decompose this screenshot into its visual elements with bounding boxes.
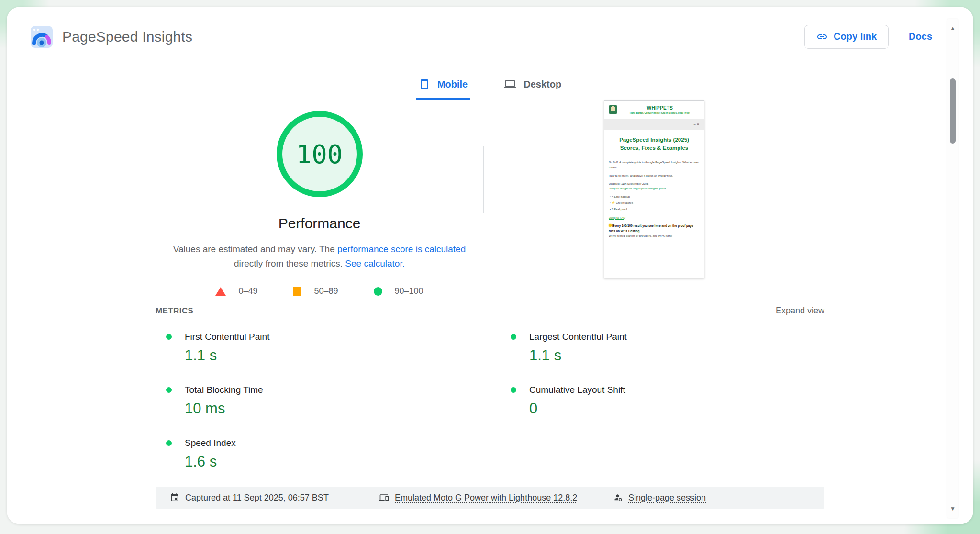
thumb-paragraph: How to fix them, and prove it works on W…	[609, 173, 700, 178]
thumb-paragraph: We've tested dozens of providers, and WP…	[609, 234, 700, 238]
final-screenshot-thumbnail: WHIPPETS Rank Better, Convert More: Gree…	[604, 100, 704, 278]
thumb-article-body: No fluff. A complete guide to Google Pag…	[609, 160, 700, 238]
pagespeed-logo-icon	[31, 26, 53, 48]
device-tabs: Mobile Desktop	[7, 67, 973, 100]
fail-triangle-icon	[215, 287, 226, 296]
legend-fail: 0–49	[215, 286, 257, 296]
metrics-grid: First Contentful Paint 1.1 s Largest Con…	[156, 323, 824, 482]
metric-pass-icon	[166, 334, 172, 340]
average-square-icon	[293, 287, 301, 296]
legend-average: 50–89	[293, 286, 338, 296]
thumb-nav-bar: ≡ ×	[604, 119, 704, 130]
metric-value: 10 ms	[185, 400, 483, 417]
metric-pass-icon	[511, 387, 516, 393]
tab-mobile[interactable]: Mobile	[416, 76, 470, 100]
metric-value: 1.1 s	[185, 347, 483, 364]
active-tab-underline	[416, 98, 470, 100]
scrollbar-thumb[interactable]	[950, 78, 956, 144]
legend-pass: 90–100	[374, 286, 423, 296]
calendar-icon	[170, 493, 179, 502]
scroll-up-arrow-icon[interactable]: ▲	[947, 25, 958, 32]
metric-pass-icon	[166, 387, 172, 393]
thumb-jump-link: Jump to the green PageSpeed Insights pro…	[609, 187, 666, 190]
see-calculator-link[interactable]: See calculator.	[345, 258, 405, 268]
thumb-bullet-list: ? Safe backup ⚡ Green scores ? Real proo…	[610, 194, 700, 212]
metric-value: 0	[529, 400, 824, 417]
link-icon	[816, 31, 828, 43]
metric-speed-index: Speed Index 1.6 s	[156, 429, 483, 482]
performance-score-gauge: 100	[277, 111, 363, 197]
session-type-label[interactable]: Single-page session	[628, 493, 706, 503]
metric-first-contentful-paint: First Contentful Paint 1.1 s	[156, 323, 483, 376]
app-header: PageSpeed Insights Copy link Docs	[7, 7, 973, 67]
thumb-menu-icons: ≡ ×	[693, 122, 699, 126]
thumb-highlight-text: Every 100/100 result you see here and on…	[609, 224, 693, 233]
calculation-doc-link[interactable]: performance score is calculated	[337, 244, 466, 254]
score-legend: 0–49 50–89 90–100	[215, 286, 423, 296]
tab-desktop[interactable]: Desktop	[501, 76, 564, 100]
metric-largest-contentful-paint: Largest Contentful Paint 1.1 s	[500, 323, 824, 376]
capture-timestamp: Captured at 11 Sept 2025, 06:57 BST	[170, 487, 329, 509]
metric-name: Speed Index	[185, 438, 236, 448]
legend-pass-label: 90–100	[395, 286, 423, 296]
metric-value: 1.6 s	[185, 453, 483, 470]
devices-icon	[379, 493, 389, 502]
pass-circle-icon	[374, 287, 382, 296]
score-disclaimer: Values are estimated and may vary. The p…	[171, 242, 468, 271]
thumb-site-tagline: Rank Better, Convert More: Green Scores,…	[620, 111, 700, 115]
metrics-section-label: METRICS	[156, 306, 193, 316]
capture-info-bar: Captured at 11 Sept 2025, 06:57 BST Emul…	[156, 487, 824, 509]
metrics-header-row: METRICS Expand view	[156, 306, 824, 316]
metric-name: Total Blocking Time	[185, 385, 263, 395]
thumb-bullet: ? Real proof	[610, 207, 700, 211]
vertical-scrollbar[interactable]: ▲ ▼	[947, 19, 958, 518]
performance-score-value: 100	[296, 139, 343, 169]
metric-pass-icon	[511, 334, 516, 340]
metric-name: First Contentful Paint	[185, 332, 269, 342]
thumb-site-name: WHIPPETS	[620, 105, 700, 111]
disclaimer-text-1: Values are estimated and may vary. The	[173, 244, 337, 254]
thumb-highlight-paragraph: Every 100/100 result you see here and on…	[609, 223, 700, 234]
tab-mobile-label: Mobile	[437, 79, 468, 90]
laptop-icon	[504, 78, 516, 90]
smartphone-icon	[419, 78, 430, 90]
session-type: Single-page session	[614, 487, 706, 509]
copy-link-label: Copy link	[834, 31, 877, 42]
capture-timestamp-label: Captured at 11 Sept 2025, 06:57 BST	[185, 493, 329, 503]
gauge-panel: 100 Performance Values are estimated and…	[156, 100, 483, 296]
emulation-environment-label[interactable]: Emulated Moto G Power with Lighthouse 12…	[395, 493, 577, 503]
thumb-site-header: WHIPPETS Rank Better, Convert More: Gree…	[609, 105, 700, 115]
copy-link-button[interactable]: Copy link	[804, 25, 889, 49]
thumb-article-heading: PageSpeed Insights (2025) Scores, Fixes …	[609, 136, 700, 153]
thumb-faq-link: Jump to FAQ	[609, 216, 625, 219]
metric-name: Largest Contentful Paint	[529, 332, 627, 342]
metric-cumulative-layout-shift: Cumulative Layout Shift 0	[500, 376, 824, 429]
screenshot-panel: WHIPPETS Rank Better, Convert More: Gree…	[484, 100, 824, 296]
lightbulb-icon	[609, 224, 612, 227]
legend-fail-label: 0–49	[238, 286, 257, 296]
header-actions: Copy link Docs	[804, 25, 932, 49]
metric-value: 1.1 s	[529, 347, 824, 364]
metrics-grid-spacer	[500, 429, 824, 482]
emulation-environment: Emulated Moto G Power with Lighthouse 12…	[379, 487, 577, 509]
whippets-logo	[609, 105, 617, 114]
metric-total-blocking-time: Total Blocking Time 10 ms	[156, 376, 483, 429]
metric-name: Cumulative Layout Shift	[529, 385, 625, 395]
performance-category-title: Performance	[278, 215, 361, 232]
user-session-icon	[614, 493, 623, 502]
thumb-bullet: ⚡ Green scores	[610, 200, 700, 205]
thumb-updated-line: Updated: 11th September 2025 ·	[609, 181, 700, 186]
thumb-bullet: ? Safe backup	[610, 194, 700, 199]
scroll-down-arrow-icon[interactable]: ▼	[947, 505, 958, 512]
thumb-site-header-text: WHIPPETS Rank Better, Convert More: Gree…	[620, 105, 700, 115]
metric-pass-icon	[166, 440, 172, 446]
report-container: 100 Performance Values are estimated and…	[156, 100, 824, 509]
psi-app-card: PageSpeed Insights Copy link Docs Mobile…	[7, 7, 973, 524]
disclaimer-text-2: directly from these metrics.	[234, 258, 345, 268]
thumb-paragraph: No fluff. A complete guide to Google Pag…	[609, 160, 700, 169]
performance-summary: 100 Performance Values are estimated and…	[156, 100, 824, 296]
docs-link[interactable]: Docs	[909, 31, 932, 42]
expand-view-button[interactable]: Expand view	[776, 306, 824, 316]
legend-average-label: 50–89	[314, 286, 338, 296]
tab-desktop-label: Desktop	[523, 79, 561, 90]
